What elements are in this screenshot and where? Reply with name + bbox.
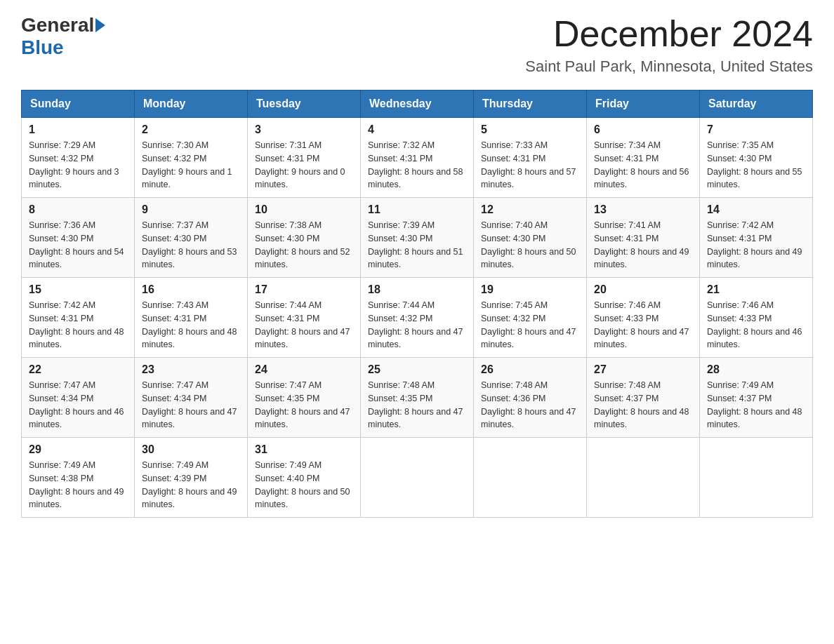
week-row-1: 1Sunrise: 7:29 AMSunset: 4:32 PMDaylight…: [22, 118, 813, 198]
day-info: Sunrise: 7:33 AMSunset: 4:31 PMDaylight:…: [481, 139, 579, 192]
day-cell-31: 31Sunrise: 7:49 AMSunset: 4:40 PMDayligh…: [248, 438, 361, 518]
day-cell-11: 11Sunrise: 7:39 AMSunset: 4:30 PMDayligh…: [361, 198, 474, 278]
day-number: 16: [142, 283, 240, 296]
day-cell-17: 17Sunrise: 7:44 AMSunset: 4:31 PMDayligh…: [248, 278, 361, 358]
day-info: Sunrise: 7:44 AMSunset: 4:32 PMDaylight:…: [368, 299, 466, 351]
day-cell-24: 24Sunrise: 7:47 AMSunset: 4:35 PMDayligh…: [248, 358, 361, 438]
col-header-tuesday: Tuesday: [248, 90, 361, 118]
day-number: 26: [481, 363, 579, 376]
day-number: 13: [594, 203, 692, 216]
week-row-4: 22Sunrise: 7:47 AMSunset: 4:34 PMDayligh…: [22, 358, 813, 438]
day-info: Sunrise: 7:49 AMSunset: 4:38 PMDaylight:…: [29, 459, 127, 511]
week-row-2: 8Sunrise: 7:36 AMSunset: 4:30 PMDaylight…: [22, 198, 813, 278]
day-cell-28: 28Sunrise: 7:49 AMSunset: 4:37 PMDayligh…: [700, 358, 813, 438]
day-info: Sunrise: 7:34 AMSunset: 4:31 PMDaylight:…: [594, 139, 692, 192]
day-info: Sunrise: 7:30 AMSunset: 4:32 PMDaylight:…: [142, 139, 240, 192]
day-info: Sunrise: 7:41 AMSunset: 4:31 PMDaylight:…: [594, 219, 692, 271]
day-info: Sunrise: 7:38 AMSunset: 4:30 PMDaylight:…: [255, 219, 353, 271]
day-info: Sunrise: 7:47 AMSunset: 4:34 PMDaylight:…: [142, 379, 240, 431]
col-header-friday: Friday: [587, 90, 700, 118]
day-info: Sunrise: 7:36 AMSunset: 4:30 PMDaylight:…: [29, 219, 127, 271]
day-info: Sunrise: 7:42 AMSunset: 4:31 PMDaylight:…: [29, 299, 127, 351]
day-number: 4: [368, 123, 466, 136]
day-cell-1: 1Sunrise: 7:29 AMSunset: 4:32 PMDaylight…: [22, 118, 135, 198]
day-cell-4: 4Sunrise: 7:32 AMSunset: 4:31 PMDaylight…: [361, 118, 474, 198]
logo-general-text: General: [21, 14, 94, 36]
day-cell-27: 27Sunrise: 7:48 AMSunset: 4:37 PMDayligh…: [587, 358, 700, 438]
day-number: 7: [707, 123, 805, 136]
day-cell-15: 15Sunrise: 7:42 AMSunset: 4:31 PMDayligh…: [22, 278, 135, 358]
day-number: 12: [481, 203, 579, 216]
week-row-3: 15Sunrise: 7:42 AMSunset: 4:31 PMDayligh…: [22, 278, 813, 358]
day-number: 5: [481, 123, 579, 136]
day-info: Sunrise: 7:29 AMSunset: 4:32 PMDaylight:…: [29, 139, 127, 192]
day-info: Sunrise: 7:43 AMSunset: 4:31 PMDaylight:…: [142, 299, 240, 351]
day-info: Sunrise: 7:45 AMSunset: 4:32 PMDaylight:…: [481, 299, 579, 351]
logo: General Blue: [21, 14, 105, 59]
day-cell-9: 9Sunrise: 7:37 AMSunset: 4:30 PMDaylight…: [135, 198, 248, 278]
day-cell-19: 19Sunrise: 7:45 AMSunset: 4:32 PMDayligh…: [474, 278, 587, 358]
day-number: 9: [142, 203, 240, 216]
day-info: Sunrise: 7:39 AMSunset: 4:30 PMDaylight:…: [368, 219, 466, 271]
day-number: 2: [142, 123, 240, 136]
day-cell-8: 8Sunrise: 7:36 AMSunset: 4:30 PMDaylight…: [22, 198, 135, 278]
day-cell-13: 13Sunrise: 7:41 AMSunset: 4:31 PMDayligh…: [587, 198, 700, 278]
day-number: 15: [29, 283, 127, 296]
day-number: 14: [707, 203, 805, 216]
day-info: Sunrise: 7:47 AMSunset: 4:34 PMDaylight:…: [29, 379, 127, 431]
logo-arrow-icon: [95, 18, 105, 32]
col-header-monday: Monday: [135, 90, 248, 118]
empty-cell: [700, 438, 813, 518]
day-info: Sunrise: 7:35 AMSunset: 4:30 PMDaylight:…: [707, 139, 805, 192]
day-info: Sunrise: 7:47 AMSunset: 4:35 PMDaylight:…: [255, 379, 353, 431]
day-cell-7: 7Sunrise: 7:35 AMSunset: 4:30 PMDaylight…: [700, 118, 813, 198]
day-number: 29: [29, 443, 127, 456]
day-number: 27: [594, 363, 692, 376]
page-header: General Blue December 2024 Saint Paul Pa…: [21, 14, 813, 76]
day-cell-25: 25Sunrise: 7:48 AMSunset: 4:35 PMDayligh…: [361, 358, 474, 438]
day-info: Sunrise: 7:37 AMSunset: 4:30 PMDaylight:…: [142, 219, 240, 271]
day-cell-3: 3Sunrise: 7:31 AMSunset: 4:31 PMDaylight…: [248, 118, 361, 198]
day-info: Sunrise: 7:42 AMSunset: 4:31 PMDaylight:…: [707, 219, 805, 271]
col-header-saturday: Saturday: [700, 90, 813, 118]
day-cell-2: 2Sunrise: 7:30 AMSunset: 4:32 PMDaylight…: [135, 118, 248, 198]
day-number: 17: [255, 283, 353, 296]
day-number: 30: [142, 443, 240, 456]
day-info: Sunrise: 7:48 AMSunset: 4:35 PMDaylight:…: [368, 379, 466, 431]
day-info: Sunrise: 7:40 AMSunset: 4:30 PMDaylight:…: [481, 219, 579, 271]
day-info: Sunrise: 7:49 AMSunset: 4:39 PMDaylight:…: [142, 459, 240, 511]
day-number: 11: [368, 203, 466, 216]
day-number: 10: [255, 203, 353, 216]
empty-cell: [474, 438, 587, 518]
day-info: Sunrise: 7:44 AMSunset: 4:31 PMDaylight:…: [255, 299, 353, 351]
day-cell-10: 10Sunrise: 7:38 AMSunset: 4:30 PMDayligh…: [248, 198, 361, 278]
day-cell-18: 18Sunrise: 7:44 AMSunset: 4:32 PMDayligh…: [361, 278, 474, 358]
empty-cell: [587, 438, 700, 518]
day-number: 1: [29, 123, 127, 136]
day-info: Sunrise: 7:48 AMSunset: 4:37 PMDaylight:…: [594, 379, 692, 431]
header-row: SundayMondayTuesdayWednesdayThursdayFrid…: [22, 90, 813, 118]
day-number: 21: [707, 283, 805, 296]
logo-blue-text: Blue: [21, 36, 64, 59]
day-info: Sunrise: 7:32 AMSunset: 4:31 PMDaylight:…: [368, 139, 466, 192]
logo-blue-part: [94, 18, 105, 32]
day-cell-5: 5Sunrise: 7:33 AMSunset: 4:31 PMDaylight…: [474, 118, 587, 198]
day-number: 8: [29, 203, 127, 216]
day-info: Sunrise: 7:49 AMSunset: 4:37 PMDaylight:…: [707, 379, 805, 431]
day-info: Sunrise: 7:46 AMSunset: 4:33 PMDaylight:…: [594, 299, 692, 351]
day-info: Sunrise: 7:49 AMSunset: 4:40 PMDaylight:…: [255, 459, 353, 511]
day-number: 28: [707, 363, 805, 376]
week-row-5: 29Sunrise: 7:49 AMSunset: 4:38 PMDayligh…: [22, 438, 813, 518]
day-info: Sunrise: 7:48 AMSunset: 4:36 PMDaylight:…: [481, 379, 579, 431]
day-cell-20: 20Sunrise: 7:46 AMSunset: 4:33 PMDayligh…: [587, 278, 700, 358]
col-header-wednesday: Wednesday: [361, 90, 474, 118]
day-cell-21: 21Sunrise: 7:46 AMSunset: 4:33 PMDayligh…: [700, 278, 813, 358]
day-cell-12: 12Sunrise: 7:40 AMSunset: 4:30 PMDayligh…: [474, 198, 587, 278]
day-info: Sunrise: 7:31 AMSunset: 4:31 PMDaylight:…: [255, 139, 353, 192]
day-cell-22: 22Sunrise: 7:47 AMSunset: 4:34 PMDayligh…: [22, 358, 135, 438]
day-number: 22: [29, 363, 127, 376]
day-number: 18: [368, 283, 466, 296]
day-number: 25: [368, 363, 466, 376]
calendar-subtitle: Saint Paul Park, Minnesota, United State…: [525, 58, 813, 76]
day-cell-6: 6Sunrise: 7:34 AMSunset: 4:31 PMDaylight…: [587, 118, 700, 198]
